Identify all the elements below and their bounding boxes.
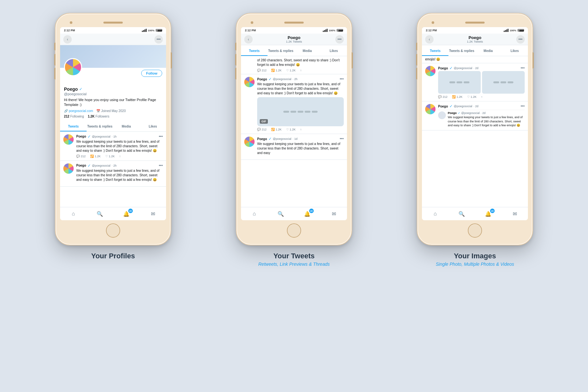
more-button-3[interactable]: ••• — [516, 35, 525, 44]
retweet-action-grid[interactable]: 🔁 1.2K — [452, 95, 463, 98]
website-item: 🔗 poegosocial.com — [64, 109, 93, 113]
like-icon-p: ♡ — [286, 69, 289, 72]
tweet-header-1d: Poego ✓ @poegosocial · 1d ••• — [257, 137, 344, 141]
home-nav-2[interactable]: ⌂ — [429, 209, 441, 218]
share-action-grid[interactable]: ↑ — [481, 95, 483, 98]
tweet-actions: 💬 212 🔁 1.2K ♡ 1.2K — [76, 155, 163, 158]
reply-count: 212 — [81, 155, 86, 158]
share-icon-gif: ↑ — [300, 128, 302, 131]
tweet-avatar-grid — [425, 66, 436, 76]
following-stat[interactable]: 212 Following — [64, 115, 84, 118]
reply-action[interactable]: 💬 212 — [76, 155, 86, 158]
back-button[interactable]: ‹ — [63, 35, 72, 44]
status-icons-3: 100% — [504, 29, 524, 32]
share-action[interactable]: ↑ — [119, 155, 121, 158]
retweet-action-gif[interactable]: 🔁 1.2K — [271, 128, 282, 131]
retweet-action-p[interactable]: 🔁 1.2K — [271, 69, 282, 72]
tweet-item-grid: Poego ✓ @poegosocial · 2d ••• — [422, 63, 528, 101]
tweet-text-gif: We suggest keeping your tweets to just a… — [257, 82, 344, 96]
phone-images-container: 2:12 PM 100% ‹ — [391, 13, 559, 267]
tweet-verified-thread: ✓ — [449, 104, 453, 108]
followers-stat[interactable]: 1.2K Followers — [88, 115, 110, 118]
like-action-grid[interactable]: ♡ 1.2K — [467, 95, 477, 98]
signal-icon-3 — [504, 29, 509, 32]
tab-likes-0[interactable]: Likes — [140, 122, 166, 131]
home-button-2[interactable] — [287, 223, 301, 238]
front-camera-3 — [432, 21, 434, 24]
tab-replies-0[interactable]: Tweets & replies — [87, 122, 113, 131]
share-action-p[interactable]: ↑ — [300, 69, 302, 72]
tweet-name-gif: Poego — [257, 77, 267, 81]
notifications-nav-1[interactable]: 🔔 20 — [301, 209, 313, 218]
phone-speaker-3 — [465, 22, 485, 24]
retweet-count: 1.2K — [95, 155, 101, 158]
mail-nav-1[interactable]: ✉ — [328, 209, 340, 218]
like-action-p[interactable]: ♡ 1.2K — [286, 69, 296, 72]
share-action-gif[interactable]: ↑ — [300, 128, 302, 131]
tab-tweets-1[interactable]: Tweets — [241, 46, 268, 56]
reply-action-gif[interactable]: 💬 212 — [257, 128, 267, 131]
follow-button[interactable]: Follow — [141, 70, 162, 77]
back-icon-2: ‹ — [248, 37, 249, 42]
like-action-gif[interactable]: ♡ 1.2K — [286, 128, 296, 131]
tab-likes-1[interactable]: Likes — [320, 46, 347, 56]
profile-handle: @poegosocial — [64, 92, 162, 96]
more-button-2[interactable]: ••• — [335, 35, 344, 44]
reply-action-p[interactable]: 💬 212 — [257, 69, 267, 72]
reply-action-grid[interactable]: 💬 212 — [438, 95, 447, 98]
notifications-nav[interactable]: 🔔 20 — [121, 209, 132, 218]
status-time-3: 2:12 PM — [426, 29, 437, 32]
tab-likes-2[interactable]: Likes — [501, 46, 528, 56]
bottom-nav-1: ⌂ 🔍 🔔 20 ✉ — [241, 207, 347, 220]
retweet-action[interactable]: 🔁 1.2K — [90, 155, 101, 158]
home-nav[interactable]: ⌂ — [68, 209, 79, 218]
search-nav[interactable]: 🔍 — [94, 209, 106, 218]
tweet-more-thread[interactable]: ••• — [520, 104, 525, 108]
like-action[interactable]: ♡ 1.2K — [105, 155, 115, 158]
tweet-more-grid[interactable]: ••• — [520, 66, 525, 70]
tweet-more-icon[interactable]: ••• — [159, 134, 163, 139]
retweet-icon: 🔁 — [90, 155, 94, 158]
home-nav-1[interactable]: ⌂ — [248, 209, 260, 218]
tweet-body-2: Poego ✓ @poegosocial · 2h ••• We suggest… — [76, 163, 163, 184]
tweet-time-thread: · 2d — [474, 105, 478, 108]
tab-media-0[interactable]: Media — [113, 122, 140, 131]
nav-sub-images: 1.2K Tweets — [434, 40, 516, 43]
tweet-more-1d[interactable]: ••• — [340, 137, 344, 141]
search-nav-1[interactable]: 🔍 — [275, 209, 287, 218]
tweet-more-icon-2[interactable]: ••• — [159, 163, 163, 168]
tab-replies-1[interactable]: Tweets & replies — [268, 46, 294, 56]
back-button-3[interactable]: ‹ — [425, 35, 434, 44]
phone-screen-tweets: 2:12 PM 100% ‹ — [241, 27, 347, 220]
label-main-profiles: Your Profiles — [91, 252, 135, 260]
home-button[interactable] — [106, 223, 120, 238]
search-nav-2[interactable]: 🔍 — [456, 209, 467, 218]
phone-speaker-2 — [284, 22, 304, 24]
battery-icon — [156, 29, 162, 32]
phone-screen-profiles: 2:12 PM 100% ‹ — [60, 27, 166, 220]
tab-tweets-2[interactable]: Tweets — [422, 46, 448, 56]
tweet-text-1d: We suggest keeping your tweets to just a… — [257, 142, 344, 155]
mail-nav-2[interactable]: ✉ — [509, 209, 520, 218]
tab-replies-2[interactable]: Tweets & replies — [448, 46, 475, 56]
tweet-more-gif[interactable]: ••• — [340, 77, 344, 81]
tab-media-1[interactable]: Media — [294, 46, 320, 56]
notifications-nav-2[interactable]: 🔔 20 — [482, 209, 494, 218]
home-button-3[interactable] — [468, 223, 482, 238]
status-icons-2: 100% — [323, 29, 343, 32]
tab-tweets-0[interactable]: Tweets — [60, 122, 87, 131]
twitter-nav-images: ‹ Poego 1.2K Tweets ••• — [422, 34, 528, 45]
mail-nav[interactable]: ✉ — [147, 209, 159, 218]
tab-media-2[interactable]: Media — [475, 46, 501, 56]
back-button-2[interactable]: ‹ — [244, 35, 253, 44]
tweet-time-gif: · 2h — [293, 77, 298, 81]
tweet-item-1d: Poego ✓ @poegosocial · 1d ••• We suggest… — [241, 134, 347, 160]
home-icon: ⌂ — [72, 211, 75, 217]
share-icon-p: ↑ — [300, 69, 302, 72]
more-button[interactable]: ••• — [154, 35, 163, 44]
website-link[interactable]: poegosocial.com — [69, 109, 93, 113]
tweet-header-2: Poego ✓ @poegosocial · 2h ••• — [76, 163, 163, 168]
tweet-verified-1d: ✓ — [268, 137, 272, 141]
front-camera — [70, 21, 72, 24]
profile-tabs-2: Tweets Tweets & replies Media Likes — [241, 46, 347, 56]
